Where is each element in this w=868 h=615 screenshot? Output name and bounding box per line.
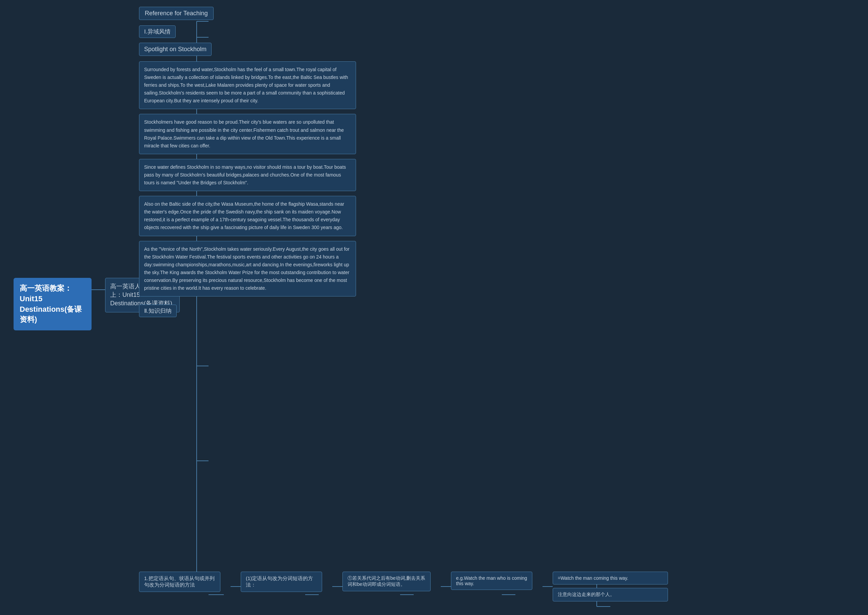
grammar-node-5-col: =Watch the man coming this way. 注意向这边走来的… [553, 571, 668, 601]
paragraph-4: Also on the Baltic side of the city,the … [139, 196, 356, 236]
right-column: Reference for Teaching Ⅰ.异域风情 Spotlight … [139, 7, 356, 324]
top-label: Reference for Teaching [139, 7, 214, 20]
section1-label: Ⅰ.异域风情 [139, 25, 176, 38]
grammar-node-3: ①若关系代词之后有be动词,删去关系词和be动词即成分词短语。 [343, 571, 431, 591]
section2-label: Ⅱ.知识归纳 [139, 304, 177, 317]
grammar-row: 1.把定语从句、状语从句或并列句改为分词短语的方法 (1)定语从句改为分词短语的… [139, 571, 861, 601]
grammar-node-4: e.g.Watch the man who is coming this way… [451, 571, 532, 590]
paragraph-2: Stockholmers have good reason to be prou… [139, 114, 356, 154]
grammar-node-5b: 注意向这边走来的那个人。 [553, 588, 668, 601]
connector-1 [231, 586, 241, 587]
spotlight-label: Spotlight on Stockholm [139, 43, 211, 56]
paragraph-3: Since water defines Stockholm in so many… [139, 159, 356, 191]
central-title: 高一英语教案：Unit15 Destinations(备课资料) [20, 283, 86, 325]
connector-4 [543, 586, 553, 587]
paragraph-1: Surrounded by forests and water,Stockhol… [139, 61, 356, 109]
paragraph-5: As the "Venice of the North",Stockholm t… [139, 241, 356, 297]
grammar-node-5a: =Watch the man coming this way. [553, 571, 668, 584]
central-node: 高一英语教案：Unit15 Destinations(备课资料) [14, 278, 92, 330]
grammar-node-2: (1)定语从句改为分词短语的方法： [241, 571, 322, 592]
grammar-node-1: 1.把定语从句、状语从句或并列句改为分词短语的方法 [139, 571, 221, 592]
connector-2 [332, 586, 343, 587]
connector-3 [441, 586, 451, 587]
